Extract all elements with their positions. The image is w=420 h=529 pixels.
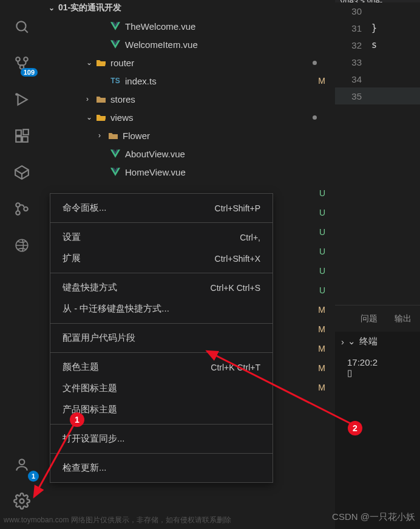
menu-separator xyxy=(50,222,273,223)
menu-separator xyxy=(50,424,273,425)
terminal-title: 终端 xyxy=(359,336,378,347)
file-item[interactable]: TheWelcome.vue xyxy=(44,17,335,35)
folder-icon xyxy=(108,131,118,140)
git-status: U xyxy=(319,227,325,237)
menu-item[interactable]: 设置Ctrl+, xyxy=(50,227,273,248)
terminal-content[interactable]: 17:20:2 ▯ xyxy=(335,351,420,384)
folder-item[interactable]: ›Flower xyxy=(44,126,335,145)
folder-item[interactable]: ⌄router xyxy=(44,53,335,72)
menu-label: 产品图标主题 xyxy=(63,404,117,415)
svg-point-0 xyxy=(16,21,25,30)
panel-tab-output[interactable]: 输出 xyxy=(395,313,412,324)
chevron-down-icon: ⌄ xyxy=(86,113,96,121)
terminal-header[interactable]: › ⌄ 终端 xyxy=(335,332,420,351)
menu-item[interactable]: 打开设置同步... xyxy=(50,428,273,449)
editor-line[interactable]: 35 xyxy=(335,87,420,104)
menu-item[interactable]: 配置用户代码片段 xyxy=(50,327,273,349)
chevron-down-icon: ⌄ xyxy=(348,336,356,347)
line-number: 34 xyxy=(335,74,371,84)
folder-item[interactable]: ›stores xyxy=(44,90,335,108)
git-status: M xyxy=(318,383,325,392)
menu-label: 文件图标主题 xyxy=(63,383,117,394)
folder-item[interactable]: ⌄views xyxy=(44,108,335,126)
panel-tab-problems[interactable]: 问题 xyxy=(361,313,378,324)
file-item[interactable]: TSindex.tsM xyxy=(44,72,335,90)
ts-icon: TS xyxy=(110,76,120,86)
menu-label: 打开设置同步... xyxy=(63,433,125,445)
extensions-icon[interactable] xyxy=(7,121,36,151)
line-number: 33 xyxy=(335,57,371,67)
editor-line[interactable]: 32s xyxy=(335,36,420,53)
line-number: 31 xyxy=(335,23,371,33)
chevron-down-icon: ⌄ xyxy=(86,58,96,67)
git-graph-icon[interactable] xyxy=(7,194,36,224)
menu-separator xyxy=(50,453,273,454)
terminal-cursor: ▯ xyxy=(347,367,408,378)
explorer-header[interactable]: ⌄ 01-实的通讯开发 xyxy=(44,0,335,16)
git-status: M xyxy=(318,344,325,353)
vue-icon xyxy=(110,149,120,159)
chevron-down-icon: ⌄ xyxy=(49,4,58,12)
menu-separator xyxy=(50,352,273,353)
openai-icon[interactable] xyxy=(7,231,36,260)
git-status: U xyxy=(319,208,325,217)
svg-point-17 xyxy=(19,459,25,465)
svg-point-15 xyxy=(24,207,28,211)
search-icon[interactable] xyxy=(7,12,36,41)
terminal-line: 17:20:2 xyxy=(347,357,408,367)
menu-item[interactable]: 检查更新... xyxy=(50,457,273,479)
file-item[interactable]: HomeView.vue xyxy=(44,163,335,181)
svg-line-1 xyxy=(24,29,27,32)
menu-item[interactable]: 键盘快捷方式Ctrl+K Ctrl+S xyxy=(50,277,273,298)
file-item[interactable]: WelcomeItem.vue xyxy=(44,35,335,53)
git-status: U xyxy=(319,285,325,295)
item-label: stores xyxy=(110,94,135,104)
menu-label: 键盘快捷方式 xyxy=(63,282,117,293)
menu-shortcut: Ctrl+Shift+P xyxy=(215,203,260,213)
editor-line[interactable]: 34 xyxy=(335,70,420,87)
csdn-credit: CSDN @一只花小妖 xyxy=(332,511,415,523)
annotation-2: 2 xyxy=(348,421,362,435)
menu-item[interactable]: 从 - 中迁移键盘快捷方式... xyxy=(50,298,273,319)
editor-line[interactable]: 31} xyxy=(335,19,420,36)
git-status: U xyxy=(319,266,325,276)
menu-label: 设置 xyxy=(63,231,81,243)
vue-icon xyxy=(110,167,120,177)
vue-icon xyxy=(110,21,120,31)
folder-icon xyxy=(96,58,106,67)
git-status: M xyxy=(318,324,325,334)
code-text: s xyxy=(371,39,377,50)
item-label: WelcomeItem.vue xyxy=(125,39,198,50)
editor-line[interactable]: 30 xyxy=(335,2,420,19)
project-title: 01-实的通讯开发 xyxy=(58,2,121,13)
svg-point-6 xyxy=(15,93,18,95)
menu-label: 命令面板... xyxy=(63,202,107,214)
settings-gear-icon[interactable] xyxy=(7,486,36,516)
line-number: 35 xyxy=(335,91,371,101)
svg-marker-5 xyxy=(18,94,27,104)
account-icon[interactable]: 1 xyxy=(7,450,36,479)
menu-item[interactable]: 颜色主题Ctrl+K Ctrl+T xyxy=(50,357,273,378)
git-status: M xyxy=(318,363,325,373)
menu-label: 扩展 xyxy=(63,253,81,264)
item-label: router xyxy=(110,58,134,68)
svg-rect-7 xyxy=(16,130,21,135)
svg-point-3 xyxy=(24,57,28,61)
settings-context-menu: 命令面板...Ctrl+Shift+P设置Ctrl+,扩展Ctrl+Shift+… xyxy=(50,193,273,483)
item-label: views xyxy=(110,112,134,123)
menu-label: 检查更新... xyxy=(63,462,107,474)
file-item[interactable]: AboutView.vue xyxy=(44,145,335,163)
menu-label: 颜色主题 xyxy=(63,361,99,373)
svg-point-14 xyxy=(16,211,20,215)
menu-item[interactable]: 命令面板...Ctrl+Shift+P xyxy=(50,197,273,219)
menu-item[interactable]: 扩展Ctrl+Shift+X xyxy=(50,248,273,269)
menu-item[interactable]: 文件图标主题 xyxy=(50,378,273,399)
source-control-icon[interactable]: 109 xyxy=(7,49,36,78)
file-tree: TheWelcome.vueWelcomeItem.vue⌄routerTSin… xyxy=(44,16,335,181)
cube-icon[interactable] xyxy=(7,158,36,187)
editor-line[interactable]: 33 xyxy=(335,53,420,70)
svg-rect-8 xyxy=(16,137,21,142)
run-debug-icon[interactable] xyxy=(7,85,36,114)
modified-dot-icon xyxy=(313,61,317,65)
item-label: index.ts xyxy=(125,76,157,86)
